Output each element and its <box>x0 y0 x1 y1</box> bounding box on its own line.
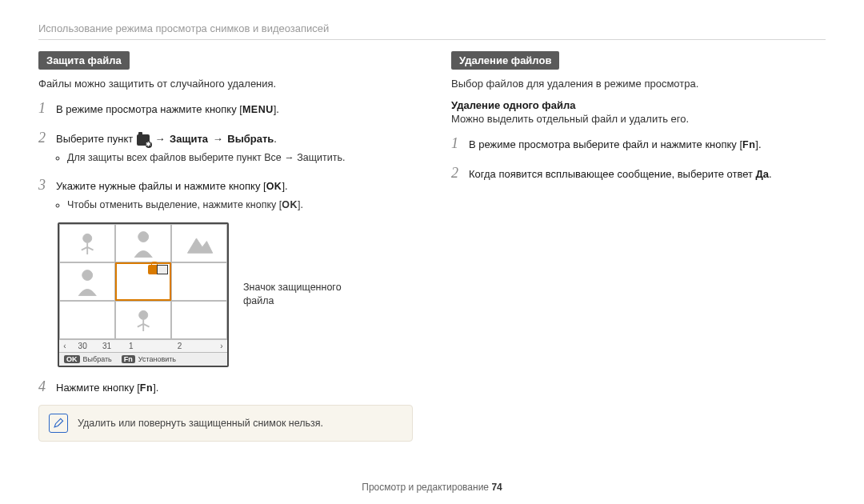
step-2: Выберите пункт → Защита → Выбрать. Для з… <box>56 131 413 166</box>
step-text: Укажите нужные файлы и нажмите кнопку [ <box>56 180 266 192</box>
subintro-delete-one: Можно выделить отдельный файл и удалить … <box>451 113 826 125</box>
ok-key-icon: OK <box>64 355 80 363</box>
intro-protect: Файлы можно защитить от случайного удале… <box>38 78 413 90</box>
svg-point-0 <box>82 234 91 243</box>
note-box: Удалить или повернуть защищенный снимок … <box>38 405 413 442</box>
svg-point-2 <box>82 270 93 281</box>
step-text: . <box>769 168 772 180</box>
legend-bar: OKВыбрать FnУстановить <box>59 352 227 366</box>
protected-file-icon <box>157 265 168 274</box>
thumb-mountain-icon <box>171 224 227 262</box>
left-column: Защита файла Файлы можно защитить от слу… <box>38 51 413 442</box>
next-icon: › <box>216 340 227 352</box>
step-text: ]. <box>755 138 761 150</box>
ok-button-label: OK <box>282 199 298 210</box>
divider <box>38 39 826 40</box>
step-bold: Защита <box>170 133 208 145</box>
step-bold: Да <box>756 168 770 180</box>
footer-section: Просмотр и редактирование <box>362 482 491 493</box>
section-tag-protect: Защита файла <box>38 51 130 70</box>
step-num: 1 <box>451 133 469 154</box>
section-tag-delete: Удаление файлов <box>451 51 559 70</box>
paging-bar: ‹ 30 31 1 2 › <box>59 339 227 352</box>
page-num: 31 <box>94 340 118 352</box>
right-step-1: В режиме просмотра выберите файл и нажми… <box>469 137 826 153</box>
step-bold: Выбрать <box>227 133 274 145</box>
step-text: . <box>274 133 277 145</box>
thumb-flower-icon <box>59 224 115 262</box>
step-num: 3 <box>38 174 56 196</box>
page-num: 1 <box>119 340 143 352</box>
step-text: Когда появится всплывающее сообщение, вы… <box>469 168 756 180</box>
step-text: Нажмите кнопку [ <box>56 382 140 394</box>
arrow-icon: → <box>153 133 166 145</box>
thumb-selected <box>115 262 171 301</box>
step-text: ]. <box>282 180 287 192</box>
thumb-person-icon <box>59 262 115 301</box>
step-4: Нажмите кнопку [Fn]. <box>56 382 413 394</box>
step-text: В режиме просмотра нажмите кнопку [ <box>56 103 242 115</box>
thumb-person-icon <box>115 224 171 262</box>
prev-icon: ‹ <box>59 340 70 352</box>
fn-key-icon: Fn <box>122 355 135 363</box>
device-screenshot: ‹ 30 31 1 2 › OKВыбрать FnУстановить <box>58 222 229 367</box>
step-text: ]. <box>298 199 303 210</box>
step-text: В режиме просмотра выберите файл и нажми… <box>469 138 742 150</box>
step-3-bullet: Чтобы отменить выделение, нажмите кнопку… <box>67 198 413 213</box>
step-text: Чтобы отменить выделение, нажмите кнопку… <box>67 199 282 210</box>
step-text: ]. <box>153 382 158 394</box>
step-num: 4 <box>38 378 56 395</box>
arrow-icon: → <box>211 133 225 145</box>
step-num: 2 <box>38 127 56 149</box>
page-num <box>192 344 216 347</box>
note-text: Удалить или повернуть защищенный снимок … <box>78 418 323 429</box>
right-column: Удаление файлов Выбор файлов для удалени… <box>451 51 826 442</box>
legend-text: Установить <box>138 355 176 363</box>
fn-button-label: Fn <box>140 382 153 394</box>
ok-button-label: OK <box>266 181 282 192</box>
step-text: ]. <box>274 103 279 115</box>
page-footer: Просмотр и редактирование 74 <box>0 482 864 493</box>
page-num: 30 <box>70 340 94 352</box>
footer-page-number: 74 <box>491 482 502 493</box>
step-1: В режиме просмотра нажмите кнопку [MENU]… <box>56 102 413 118</box>
info-pencil-icon <box>49 414 68 433</box>
right-step-2: Когда появится всплывающее сообщение, вы… <box>469 166 826 182</box>
step-num: 2 <box>451 162 469 184</box>
step-3: Укажите нужные файлы и нажмите кнопку [O… <box>56 178 413 214</box>
step-text: Выберите пункт <box>56 133 136 145</box>
thumb-empty <box>171 262 227 301</box>
fn-button-label: Fn <box>742 139 755 150</box>
step-num: 1 <box>38 98 56 119</box>
breadcrumb: Использование режима просмотра снимков и… <box>38 22 826 34</box>
svg-point-1 <box>138 232 149 242</box>
thumb-empty <box>59 301 115 339</box>
subheading-delete-one: Удаление одного файла <box>451 99 826 111</box>
folder-gear-icon <box>137 134 150 146</box>
intro-delete: Выбор файлов для удаления в режиме просм… <box>451 78 826 90</box>
page-num <box>143 344 167 347</box>
step-2-bullet: Для защиты всех файлов выберите пункт Вс… <box>67 150 413 166</box>
page-num: 2 <box>167 340 191 352</box>
callout-protected-icon: Значок защищенного файла <box>243 281 355 309</box>
menu-button-label: MENU <box>242 104 274 115</box>
legend-text: Выбрать <box>83 355 112 363</box>
svg-point-3 <box>138 311 147 320</box>
thumb-empty <box>171 301 227 339</box>
thumb-flower-icon <box>115 301 171 339</box>
